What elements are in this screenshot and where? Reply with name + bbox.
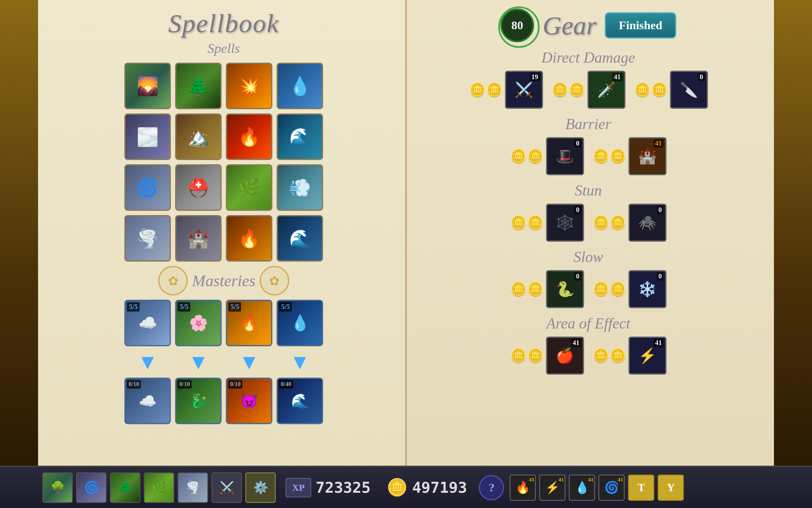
gear-count: 41: [653, 339, 664, 347]
gear-slot[interactable]: 🐍0: [546, 270, 584, 308]
bottom-badge-4[interactable]: 🌀 41: [598, 475, 625, 501]
bottom-spell-4[interactable]: 🌿: [144, 472, 174, 503]
right-page: 80 Gear Finished Direct Damage🪙🪙⚔️19🪙🪙🗡️…: [407, 0, 774, 466]
gear-sections: Direct Damage🪙🪙⚔️19🪙🪙🗡️41🪙🪙🔪0Barrier🪙🪙🎩0…: [415, 49, 761, 375]
spell-slot-15[interactable]: 🔥: [226, 215, 272, 262]
gear-slot[interactable]: ⚔️19: [505, 71, 543, 109]
gear-slot[interactable]: 🕸️0: [546, 204, 584, 242]
gear-slot[interactable]: ⚡41: [628, 337, 667, 375]
gear-row-stun: 🪙🪙🕸️0🪙🪙🕷️0: [415, 204, 761, 242]
spell-slot-4[interactable]: 💧: [277, 63, 323, 109]
gear-count: 0: [574, 139, 581, 148]
mastery-badge-4: 5/5: [279, 302, 292, 312]
masteries-title: Masteries: [192, 271, 255, 290]
bottom-spell-5[interactable]: 🌪️: [178, 472, 208, 503]
gear-slot[interactable]: 🕷️0: [628, 204, 667, 242]
coins-icon: 🪙🪙: [593, 281, 626, 297]
settings-icon[interactable]: ⚙️: [245, 472, 276, 503]
spells-container: 🌄🌲💥💧🌫️🏔️🔥🌊🌀⛑️🌿💨🌪️🏰🔥🌊: [51, 63, 397, 262]
t-button[interactable]: T: [628, 475, 654, 501]
coins-icon: 🪙🪙: [551, 82, 585, 98]
bottom-spell-2[interactable]: 🌀: [76, 472, 107, 503]
gear-slot[interactable]: 🗡️41: [587, 71, 625, 109]
gear-count: 0: [698, 73, 705, 81]
bottom-spell-1[interactable]: 🌳: [42, 472, 73, 503]
upgrade-badge-3: 0/10: [228, 380, 242, 389]
arrow-2: ▼: [175, 350, 222, 374]
gear-item: 🪙🪙🕸️0: [510, 204, 584, 242]
bottom-badge-2[interactable]: ⚡ 41: [539, 475, 565, 501]
arrow-3: ▼: [226, 350, 272, 374]
help-button[interactable]: ?: [479, 475, 504, 500]
spell-slot-5[interactable]: 🌫️: [124, 113, 171, 160]
arrow-1: ▼: [124, 350, 171, 374]
gear-slot[interactable]: 🔪0: [670, 71, 708, 109]
gear-count: 41: [653, 139, 664, 148]
gear-row-area-of-effect: 🪙🪙🍎41🪙🪙⚡41: [415, 337, 761, 375]
gear-header: 80 Gear Finished: [415, 8, 761, 42]
gear-title: Gear: [543, 11, 596, 41]
gear-section-area-of-effect: Area of Effect: [415, 315, 761, 332]
spell-slot-12[interactable]: 💨: [277, 164, 323, 211]
coins-icon: 🪙🪙: [593, 348, 626, 364]
gear-item: 🪙🪙⚡41: [593, 337, 667, 375]
spell-slot-8[interactable]: 🌊: [277, 113, 323, 160]
spell-slot-11[interactable]: 🌿: [226, 164, 272, 211]
mastery-slot-1[interactable]: 5/5☁️: [124, 300, 171, 346]
gear-section-slow: Slow: [415, 248, 761, 266]
coins-icon: 🪙🪙: [510, 215, 544, 231]
upgrade-badge-1: 0/10: [127, 380, 141, 389]
badge-3-count: 41: [588, 476, 593, 483]
badge-1-count: 41: [529, 476, 534, 483]
mastery-slot-3[interactable]: 5/5🔥: [226, 300, 272, 346]
bottom-bar: 🌳 🌀 🌲 🌿 🌪️ ⚔️ ⚙️ XP 723325 🪙 497193 ? 🔥 …: [0, 466, 812, 508]
bottom-badge-1[interactable]: 🔥 41: [510, 475, 536, 501]
upgrade-row: 0/10☁️0/10🐉0/10😈0/40🌊: [51, 378, 397, 424]
spell-slot-3[interactable]: 💥: [226, 63, 272, 109]
spells-section-title: Spells: [51, 41, 397, 56]
spell-slot-2[interactable]: 🌲: [175, 63, 222, 109]
mastery-slot-4[interactable]: 5/5💧: [277, 300, 323, 346]
bottom-spell-6[interactable]: ⚔️: [211, 472, 242, 503]
gear-item: 🪙🪙🔪0: [634, 71, 708, 109]
finished-button[interactable]: Finished: [605, 12, 676, 39]
spells-grid: 🌄🌲💥💧🌫️🏔️🔥🌊🌀⛑️🌿💨🌪️🏰🔥🌊: [51, 63, 397, 262]
gold-value: 497193: [412, 479, 467, 496]
mastery-row: 5/5☁️5/5🌸5/5🔥5/5💧: [51, 300, 397, 346]
upgrade-slot-3[interactable]: 0/10😈: [226, 378, 272, 424]
upgrade-slot-2[interactable]: 0/10🐉: [175, 378, 222, 424]
mastery-slot-2[interactable]: 5/5🌸: [175, 300, 222, 346]
spell-slot-9[interactable]: 🌀: [124, 164, 171, 211]
upgrade-slot-1[interactable]: 0/10☁️: [124, 378, 171, 424]
gear-section-barrier: Barrier: [415, 115, 761, 133]
book-container: Spellbook Spells 🌄🌲💥💧🌫️🏔️🔥🌊🌀⛑️🌿💨🌪️🏰🔥🌊 ✿ …: [38, 0, 774, 466]
spell-slot-13[interactable]: 🌪️: [124, 215, 171, 262]
spell-slot-6[interactable]: 🏔️: [175, 113, 222, 160]
mastery-badge-1: 5/5: [127, 302, 140, 312]
gear-slot[interactable]: ❄️0: [628, 270, 667, 308]
spell-slot-14[interactable]: 🏰: [175, 215, 222, 262]
gear-item: 🪙🪙🐍0: [510, 270, 584, 308]
gear-count: 0: [657, 272, 664, 281]
gear-item: 🪙🪙🗡️41: [551, 71, 625, 109]
gear-slot[interactable]: 🏰41: [628, 137, 667, 175]
level-badge: 80: [500, 8, 534, 42]
right-border: [774, 0, 812, 466]
gear-item: 🪙🪙🍎41: [510, 337, 584, 375]
coins-icon: 🪙🪙: [510, 348, 544, 364]
arrow-row: ▼ ▼ ▼ ▼: [51, 350, 397, 374]
gear-slot[interactable]: 🎩0: [546, 137, 584, 175]
spell-slot-10[interactable]: ⛑️: [175, 164, 222, 211]
spell-slot-1[interactable]: 🌄: [124, 63, 171, 109]
spell-slot-7[interactable]: 🔥: [226, 113, 272, 160]
upgrade-slot-4[interactable]: 0/40🌊: [277, 378, 323, 424]
gear-slot[interactable]: 🍎41: [546, 337, 584, 375]
gear-section-stun: Stun: [415, 182, 761, 199]
spell-slot-16[interactable]: 🌊: [277, 215, 323, 262]
badge-4-count: 41: [617, 476, 623, 483]
upgrade-badge-4: 0/40: [279, 380, 293, 389]
bottom-badge-3[interactable]: 💧 41: [569, 475, 595, 501]
bottom-spell-3[interactable]: 🌲: [110, 472, 140, 503]
xp-value: 723325: [315, 479, 370, 496]
y-button[interactable]: Y: [658, 475, 684, 501]
